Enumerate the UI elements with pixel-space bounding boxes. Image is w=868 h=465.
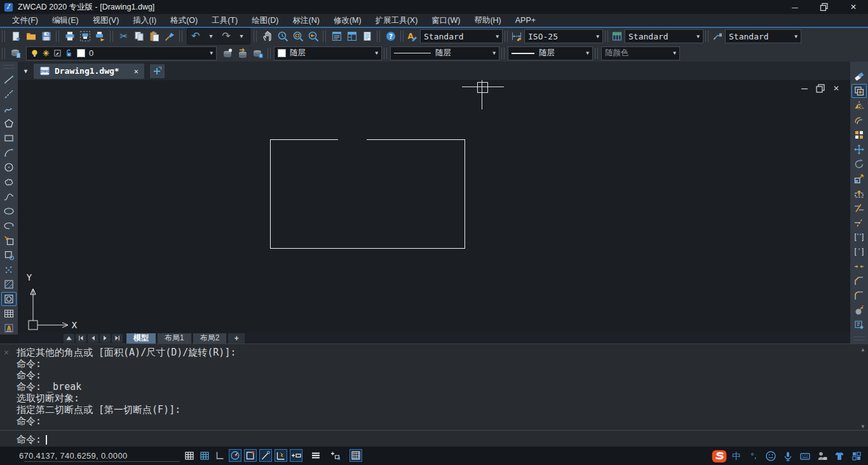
toolbar-grip[interactable] xyxy=(2,31,5,42)
cut-button[interactable]: ✂ xyxy=(116,29,132,44)
nav-first-button[interactable] xyxy=(76,334,86,343)
ime-person-button[interactable] xyxy=(816,449,829,463)
mdi-restore-button[interactable] xyxy=(815,84,825,93)
circle-button[interactable] xyxy=(1,160,17,174)
toolbar-grip[interactable] xyxy=(605,31,608,42)
menu-item[interactable]: 文件(F) xyxy=(5,14,45,27)
rectangle-entity[interactable] xyxy=(270,139,465,249)
menu-item[interactable]: 标注(N) xyxy=(286,14,327,27)
toolbar-grip[interactable] xyxy=(323,31,326,42)
point-button[interactable] xyxy=(1,263,17,277)
ime-emoji-button[interactable] xyxy=(764,449,777,463)
win-close-button[interactable]: ✕ xyxy=(839,0,868,14)
rectangle-button[interactable] xyxy=(1,131,17,145)
revision-cloud-button[interactable] xyxy=(1,175,17,189)
layer-previous-button[interactable] xyxy=(235,46,250,61)
copy-button[interactable] xyxy=(132,29,147,44)
fillet-button[interactable] xyxy=(851,289,867,303)
toolbar-grip[interactable] xyxy=(501,48,505,59)
annotation-toggle-button[interactable] xyxy=(329,449,342,462)
redo-expand-button[interactable]: ▾ xyxy=(234,29,249,44)
polar-toggle-button[interactable] xyxy=(229,449,241,462)
toolbar-grip[interactable] xyxy=(179,31,182,42)
model-space-toggle-button[interactable] xyxy=(349,449,362,462)
extend-button[interactable] xyxy=(851,216,867,230)
explode-button[interactable] xyxy=(851,303,867,317)
mdi-minimize-button[interactable]: — xyxy=(799,84,810,93)
menu-item[interactable]: 视图(V) xyxy=(86,14,126,27)
erase-button[interactable] xyxy=(851,69,867,83)
nav-last-button[interactable] xyxy=(112,334,123,343)
toolbar-grip[interactable] xyxy=(56,31,59,42)
toolbar-grip[interactable] xyxy=(3,65,15,69)
zoom-window-button[interactable] xyxy=(290,29,306,44)
construction-line-button[interactable] xyxy=(1,87,17,101)
arc-button[interactable] xyxy=(1,146,17,160)
tab-layout1[interactable]: 布局1 xyxy=(158,333,191,344)
win-minimize-button[interactable]: — xyxy=(780,0,810,14)
menu-item[interactable]: 绘图(D) xyxy=(245,14,285,27)
move-button[interactable] xyxy=(851,142,867,156)
stretch-button[interactable] xyxy=(851,186,867,200)
ime-punct-button[interactable]: °, xyxy=(747,449,760,463)
otrack-toggle-button[interactable] xyxy=(259,449,272,462)
layer-properties-button[interactable] xyxy=(8,46,24,61)
menu-item[interactable]: APP+ xyxy=(508,14,543,27)
command-prompt[interactable]: 命令: xyxy=(17,434,47,446)
redo-button[interactable]: ↷ xyxy=(219,29,234,44)
make-block-button[interactable] xyxy=(1,248,17,262)
tab-list-menu-button[interactable]: ▼ xyxy=(18,68,34,74)
menu-item[interactable]: 插入(I) xyxy=(126,14,163,27)
toolbar-grip[interactable] xyxy=(595,48,598,59)
drawing-canvas[interactable]: —✕ Y X xyxy=(18,80,850,333)
polygon-button[interactable] xyxy=(1,116,17,130)
scale-button[interactable] xyxy=(851,172,867,186)
color-select[interactable]: 随层 ▼ xyxy=(274,46,382,60)
undo-expand-button[interactable]: ▾ xyxy=(203,29,219,44)
break-at-point-button[interactable] xyxy=(851,245,867,259)
menu-item[interactable]: 扩展工具(X) xyxy=(369,14,425,27)
toolbar-grip[interactable] xyxy=(268,48,271,59)
tab-model[interactable]: 模型 xyxy=(126,333,156,344)
zoom-previous-button[interactable] xyxy=(306,29,321,44)
new-button[interactable] xyxy=(8,29,24,44)
toolbar-grip[interactable] xyxy=(853,337,865,340)
mtext-button[interactable]: A xyxy=(1,321,17,335)
properties-button[interactable] xyxy=(329,29,344,44)
nav-up-button[interactable] xyxy=(64,334,74,343)
spline-button[interactable] xyxy=(1,190,17,204)
open-button[interactable] xyxy=(24,29,39,44)
chamfer-button[interactable] xyxy=(851,274,867,288)
dim-style-select[interactable]: ISO-25 ▼ xyxy=(524,29,603,43)
ime-toolbox-button[interactable] xyxy=(850,449,863,463)
table-button[interactable] xyxy=(1,307,17,321)
toolbar-grip[interactable] xyxy=(254,31,257,42)
dyn-toggle-button[interactable] xyxy=(275,449,287,462)
match-properties-button[interactable] xyxy=(162,29,177,44)
join-button[interactable] xyxy=(851,260,867,274)
plotstyle-select[interactable]: 随颜色 ▼ xyxy=(601,46,680,60)
ellipse-button[interactable] xyxy=(1,204,17,218)
scroll-up-icon[interactable]: ▲ xyxy=(862,347,865,352)
nav-next-button[interactable] xyxy=(100,334,111,343)
scroll-down-icon[interactable]: ▼ xyxy=(862,424,865,429)
mirror-button[interactable] xyxy=(851,99,867,113)
menu-item[interactable]: 修改(M) xyxy=(327,14,369,27)
plot-preview-button[interactable] xyxy=(78,29,93,44)
sogou-logo-button[interactable] xyxy=(713,449,726,463)
array-button[interactable] xyxy=(851,128,867,142)
toolbar-grip[interactable] xyxy=(505,31,508,42)
win-restore-button[interactable] xyxy=(810,0,839,14)
new-layout-button[interactable]: + xyxy=(228,333,245,344)
rotate-button[interactable] xyxy=(851,157,867,171)
mdi-close-button[interactable]: ✕ xyxy=(831,84,841,93)
trim-button[interactable] xyxy=(851,201,867,215)
tab-close-icon[interactable]: ✕ xyxy=(134,67,139,76)
line-button[interactable] xyxy=(1,73,17,87)
command-close-icon[interactable]: ✕ xyxy=(4,347,9,357)
document-tab-drawing1[interactable]: DWG Drawing1.dwg* ✕ xyxy=(34,64,144,79)
publish-button[interactable] xyxy=(93,29,108,44)
pan-button[interactable] xyxy=(260,29,275,44)
nav-prev-button[interactable] xyxy=(88,334,98,343)
toolbar-grip[interactable] xyxy=(377,31,380,42)
